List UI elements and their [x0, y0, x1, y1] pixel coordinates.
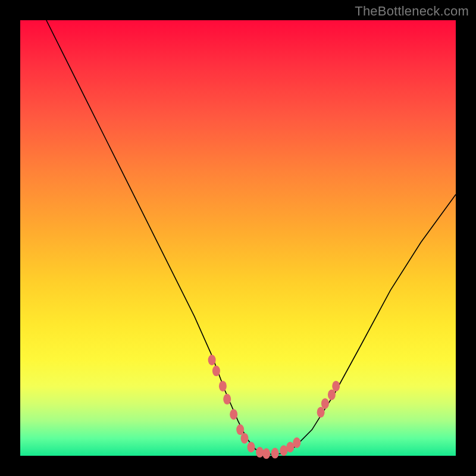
data-dot: [208, 355, 216, 365]
data-dot: [223, 394, 231, 405]
chart-svg: [20, 20, 456, 456]
data-dot: [248, 441, 255, 452]
data-dot: [241, 433, 249, 444]
data-dot: [212, 365, 220, 376]
data-dot: [256, 447, 264, 458]
data-dot: [262, 448, 270, 459]
chart-root: { "watermark": "TheBottleneck.com", "col…: [0, 0, 476, 476]
plot-area: [20, 20, 456, 456]
data-dot: [321, 398, 329, 409]
watermark-text: TheBottleneck.com: [355, 4, 469, 19]
bottleneck-curve: [46, 20, 456, 455]
data-dot: [219, 381, 227, 392]
data-dot: [317, 407, 325, 418]
data-dot: [271, 448, 279, 459]
data-dot: [230, 409, 237, 420]
data-dot: [328, 390, 336, 400]
data-dot: [236, 424, 244, 435]
data-dot: [293, 437, 300, 448]
data-dot: [332, 381, 340, 392]
scatter-dots: [208, 355, 340, 459]
